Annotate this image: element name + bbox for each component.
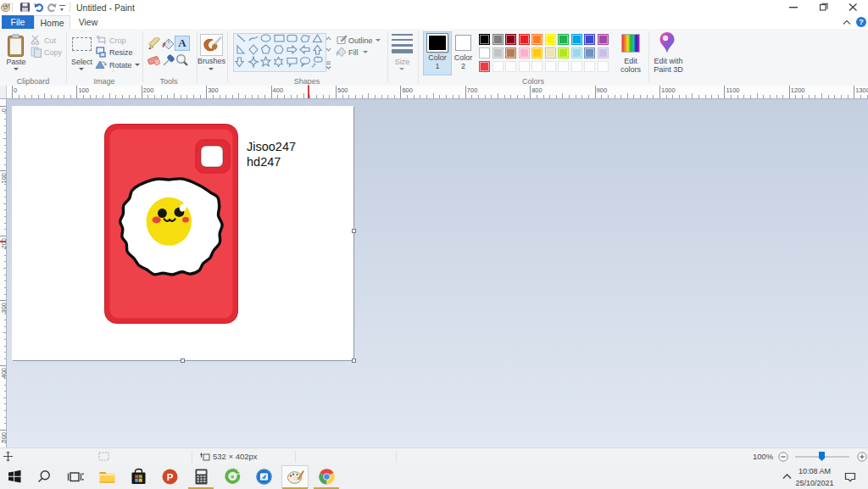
svg-text:P: P — [167, 472, 174, 482]
